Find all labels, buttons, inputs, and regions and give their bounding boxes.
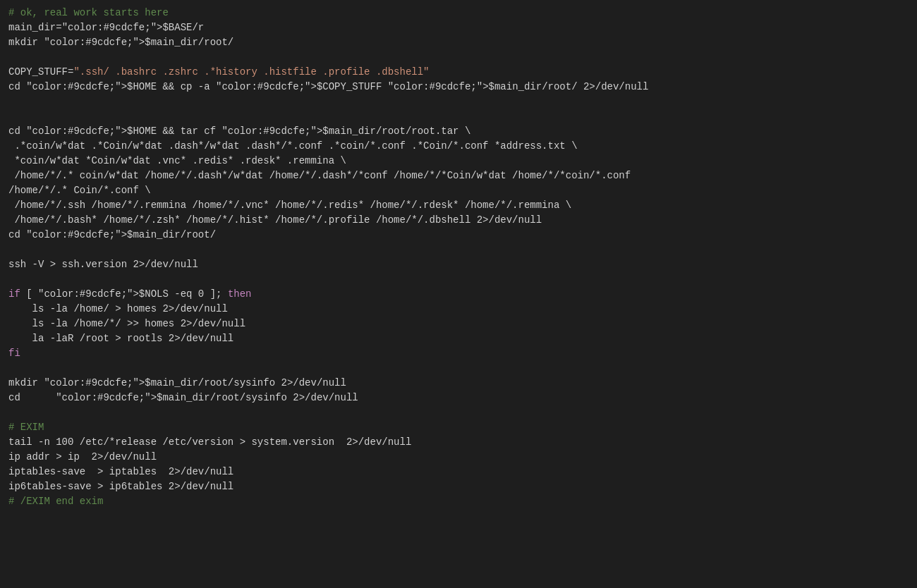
code-container[interactable]: # ok, real work starts here main_dir="co… — [0, 0, 917, 588]
code-block: # ok, real work starts here main_dir="co… — [8, 6, 909, 509]
